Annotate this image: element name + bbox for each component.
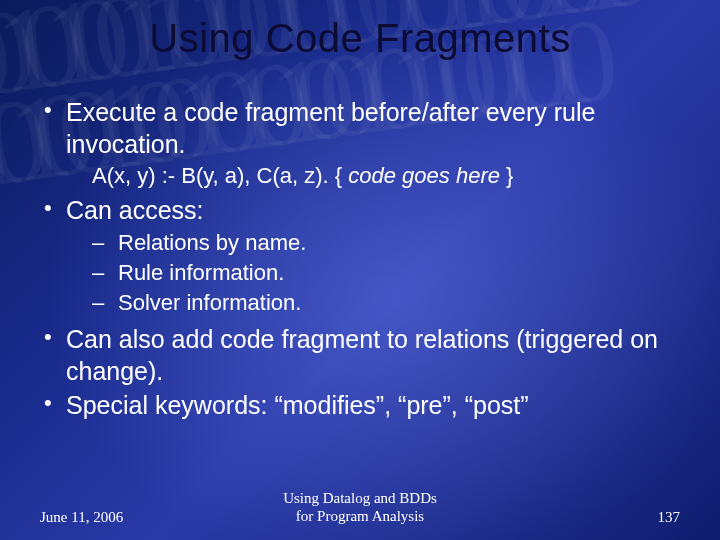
- subbullet-rule-info: Rule information.: [40, 258, 690, 288]
- bullet-can-access: Can access:: [40, 194, 690, 226]
- code-italic: code goes here: [348, 163, 500, 188]
- bullet-keywords: Special keywords: “modifies”, “pre”, “po…: [40, 389, 690, 421]
- bullet-add-fragment: Can also add code fragment to relations …: [40, 323, 690, 387]
- footer-center-line1: Using Datalog and BDDs: [283, 490, 437, 506]
- footer-date: June 11, 2006: [40, 509, 190, 526]
- subbullet-solver-info: Solver information.: [40, 288, 690, 318]
- subbullet-relations: Relations by name.: [40, 228, 690, 258]
- footer-center: Using Datalog and BDDs for Program Analy…: [190, 489, 530, 527]
- footer-page: 137: [530, 509, 680, 526]
- code-prefix: A(x, y) :- B(y, a), C(a, z). {: [92, 163, 348, 188]
- slide-title: Using Code Fragments: [0, 16, 720, 61]
- bullet-execute: Execute a code fragment before/after eve…: [40, 96, 690, 160]
- slide-body: Execute a code fragment before/after eve…: [40, 96, 690, 423]
- slide: Using Code Fragments Execute a code frag…: [0, 0, 720, 540]
- code-suffix: }: [500, 163, 513, 188]
- footer: June 11, 2006 Using Datalog and BDDs for…: [40, 489, 680, 527]
- footer-center-line2: for Program Analysis: [296, 508, 424, 524]
- code-fragment-line: A(x, y) :- B(y, a), C(a, z). { code goes…: [40, 162, 690, 190]
